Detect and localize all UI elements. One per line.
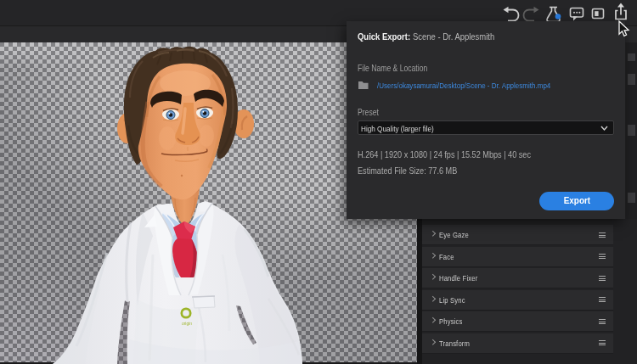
svg-text:origin: origin — [182, 321, 192, 326]
